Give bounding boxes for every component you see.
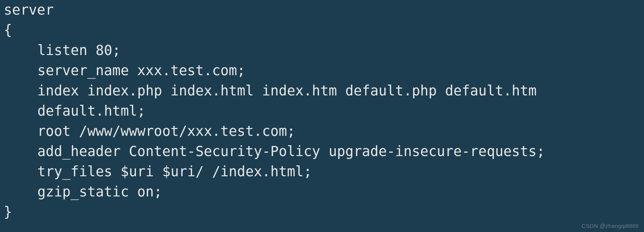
- code-line: }: [4, 204, 12, 220]
- code-line: listen 80;: [37, 42, 121, 58]
- code-line: index index.php index.html index.htm def…: [37, 83, 537, 99]
- code-line: add_header Content-Security-Policy upgra…: [37, 143, 545, 159]
- code-line: gzip_static on;: [37, 184, 162, 200]
- code-line: default.html;: [37, 103, 146, 119]
- csdn-watermark: CSDN @zhangqi8869: [582, 223, 639, 229]
- code-line: root /www/wwwroot/xxx.test.com;: [37, 123, 295, 139]
- code-line: server: [4, 2, 54, 18]
- code-line: {: [4, 22, 12, 38]
- nginx-config-code-block: server { listen 80; server_name xxx.test…: [0, 0, 644, 222]
- code-line: server_name xxx.test.com;: [37, 62, 245, 79]
- code-line: try_files $uri $uri/ /index.html;: [37, 164, 312, 180]
